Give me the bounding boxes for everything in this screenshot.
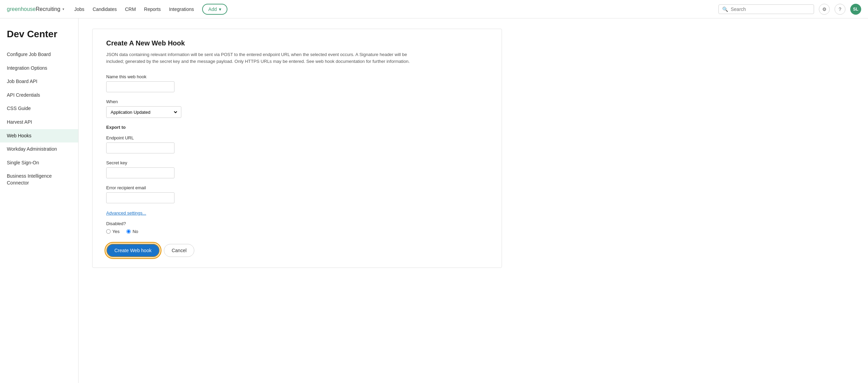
radio-no[interactable] bbox=[126, 229, 131, 234]
help-icon-button[interactable]: ? bbox=[835, 4, 845, 15]
button-row: Create Web hook Cancel bbox=[106, 244, 488, 257]
radio-yes-option[interactable]: Yes bbox=[106, 229, 120, 234]
top-navigation: greenhouseRecruiting ▾ Jobs Candidates C… bbox=[0, 0, 868, 18]
radio-yes-label: Yes bbox=[112, 229, 120, 234]
sidebar-item-job-board-api[interactable]: Job Board API bbox=[0, 75, 78, 88]
sidebar-item-api-credentials[interactable]: API Credentials bbox=[0, 88, 78, 102]
sidebar-item-configure-job-board[interactable]: Configure Job Board bbox=[0, 48, 78, 61]
nav-jobs[interactable]: Jobs bbox=[74, 6, 85, 12]
search-icon: 🔍 bbox=[722, 6, 728, 12]
create-webhook-button[interactable]: Create Web hook bbox=[106, 244, 160, 257]
nav-right: 🔍 ⚙ ? SL bbox=[718, 4, 861, 15]
name-group: Name this web hook bbox=[106, 74, 488, 92]
sidebar-item-web-hooks[interactable]: Web Hooks bbox=[0, 129, 78, 143]
sidebar-item-single-sign-on[interactable]: Single Sign-On bbox=[0, 156, 78, 170]
logo: greenhouseRecruiting bbox=[7, 6, 60, 12]
endpoint-url-input[interactable] bbox=[106, 142, 174, 153]
secret-key-label: Secret key bbox=[106, 160, 488, 165]
settings-icon-button[interactable]: ⚙ bbox=[819, 4, 830, 15]
endpoint-url-group: Endpoint URL bbox=[106, 135, 488, 153]
disabled-radio-group: Yes No bbox=[106, 229, 488, 234]
endpoint-url-label: Endpoint URL bbox=[106, 135, 488, 140]
secret-key-group: Secret key bbox=[106, 160, 488, 178]
nav-reports[interactable]: Reports bbox=[144, 6, 161, 12]
error-email-label: Error recipient email bbox=[106, 185, 488, 190]
when-select-container[interactable]: Application Updated Candidate Stage Chan… bbox=[106, 106, 181, 118]
form-description: JSON data containing relevant informatio… bbox=[106, 51, 414, 65]
page-container: Dev Center Configure Job Board Integrati… bbox=[0, 18, 868, 383]
form-title: Create A New Web Hook bbox=[106, 39, 488, 47]
name-label: Name this web hook bbox=[106, 74, 488, 79]
when-label: When bbox=[106, 99, 488, 104]
add-button[interactable]: Add ▾ bbox=[202, 4, 227, 15]
search-input[interactable] bbox=[731, 6, 810, 12]
search-container[interactable]: 🔍 bbox=[718, 4, 814, 14]
sidebar-item-workday-administration[interactable]: Workday Administration bbox=[0, 142, 78, 156]
logo-dropdown-icon[interactable]: ▾ bbox=[62, 7, 64, 11]
sidebar-item-integration-options[interactable]: Integration Options bbox=[0, 61, 78, 75]
radio-no-label: No bbox=[132, 229, 138, 234]
radio-yes[interactable] bbox=[106, 229, 111, 234]
nav-crm[interactable]: CRM bbox=[125, 6, 136, 12]
sidebar: Dev Center Configure Job Board Integrati… bbox=[0, 18, 79, 383]
disabled-label: Disabled? bbox=[106, 221, 488, 226]
when-group: When Application Updated Candidate Stage… bbox=[106, 99, 488, 118]
secret-key-input[interactable] bbox=[106, 167, 174, 178]
when-select[interactable]: Application Updated Candidate Stage Chan… bbox=[109, 109, 178, 115]
advanced-settings-link[interactable]: Advanced settings... bbox=[106, 210, 146, 216]
error-email-input[interactable] bbox=[106, 192, 174, 203]
nav-integrations[interactable]: Integrations bbox=[169, 6, 194, 12]
export-to-label: Export to bbox=[106, 125, 488, 130]
nav-links: Jobs Candidates CRM Reports Integrations… bbox=[74, 4, 718, 15]
sidebar-item-bi-connector[interactable]: Business Intelligence Connector bbox=[0, 169, 78, 190]
page-title: Dev Center bbox=[0, 25, 78, 48]
sidebar-item-css-guide[interactable]: CSS Guide bbox=[0, 102, 78, 115]
nav-candidates[interactable]: Candidates bbox=[93, 6, 117, 12]
main-content: Create A New Web Hook JSON data containi… bbox=[79, 18, 868, 383]
error-email-group: Error recipient email bbox=[106, 185, 488, 203]
logo-area[interactable]: greenhouseRecruiting ▾ bbox=[7, 6, 64, 12]
cancel-button[interactable]: Cancel bbox=[164, 244, 195, 257]
form-card: Create A New Web Hook JSON data containi… bbox=[92, 29, 502, 268]
radio-no-option[interactable]: No bbox=[126, 229, 138, 234]
avatar[interactable]: SL bbox=[850, 4, 861, 15]
sidebar-item-harvest-api[interactable]: Harvest API bbox=[0, 115, 78, 129]
name-input[interactable] bbox=[106, 81, 174, 92]
